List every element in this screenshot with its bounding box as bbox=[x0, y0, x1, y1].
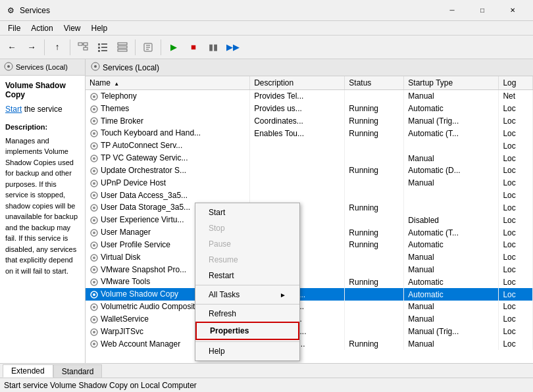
service-cell-log: Loc bbox=[499, 338, 533, 351]
service-cell-status bbox=[345, 177, 404, 189]
service-cell-status: Running bbox=[345, 338, 404, 351]
ctx-all-tasks[interactable]: All Tasks ► bbox=[195, 287, 299, 303]
table-row[interactable]: Virtual DiskManualLoc bbox=[86, 251, 533, 264]
table-row[interactable]: Web Account ManagerThis service ...Runni… bbox=[86, 338, 533, 351]
ctx-restart[interactable]: Restart bbox=[195, 268, 299, 283]
menu-bar: File Action View Help bbox=[0, 21, 533, 36]
service-icon bbox=[89, 129, 99, 138]
col-status[interactable]: Status bbox=[345, 76, 404, 90]
list-view-button[interactable] bbox=[93, 38, 112, 57]
toolbar-separator-3 bbox=[135, 39, 136, 55]
forward-button[interactable]: → bbox=[22, 38, 41, 57]
stop-button[interactable]: ■ bbox=[184, 38, 203, 57]
table-row[interactable]: Touch Keyboard and Hand...Enables Tou...… bbox=[86, 127, 533, 139]
svg-point-51 bbox=[93, 268, 95, 271]
ctx-resume: Resume bbox=[195, 252, 299, 268]
col-description[interactable]: Description bbox=[250, 76, 345, 90]
table-row[interactable]: WarpJITSvcProvides a JI...Manual (Trig..… bbox=[86, 326, 533, 338]
table-row[interactable]: Time BrokerCoordinates...RunningManual (… bbox=[86, 115, 533, 128]
service-cell-status: Running bbox=[345, 226, 404, 239]
menu-file[interactable]: File bbox=[3, 22, 26, 34]
service-cell-desc bbox=[250, 189, 345, 202]
ctx-start[interactable]: Start bbox=[195, 205, 299, 220]
service-cell-startup: Manual bbox=[404, 301, 499, 313]
svg-point-31 bbox=[93, 145, 95, 147]
table-row[interactable]: TP VC Gateway Servic...ManualLoc bbox=[86, 152, 533, 164]
play-button[interactable]: ▶ bbox=[165, 38, 183, 57]
table-row[interactable]: Volume Shadow CopyManages shi...Automati… bbox=[86, 288, 533, 301]
table-row[interactable]: UPnP Device HostManualLoc bbox=[86, 177, 533, 189]
service-icon bbox=[89, 253, 99, 262]
service-icon bbox=[89, 116, 99, 126]
pause-button[interactable]: ▮▮ bbox=[204, 38, 222, 57]
service-icon bbox=[89, 328, 99, 337]
service-cell-desc bbox=[250, 177, 345, 189]
svg-rect-6 bbox=[101, 43, 107, 45]
service-icon bbox=[89, 303, 99, 312]
show-tree-button[interactable] bbox=[74, 38, 92, 57]
status-bar: Start service Volume Shadow Copy on Loca… bbox=[0, 378, 533, 392]
service-icon bbox=[89, 166, 99, 176]
table-row[interactable]: VMware Snapshot Pro...ManualLoc bbox=[86, 264, 533, 276]
svg-point-41 bbox=[93, 207, 95, 209]
svg-point-27 bbox=[93, 120, 95, 122]
detail-view-button[interactable] bbox=[113, 38, 132, 57]
right-panel-icon bbox=[91, 62, 100, 73]
service-cell-startup: Manual bbox=[404, 177, 499, 189]
menu-view[interactable]: View bbox=[59, 22, 86, 34]
service-icon bbox=[89, 141, 99, 151]
tab-extended[interactable]: Extended bbox=[3, 364, 53, 378]
restart-button[interactable]: ▶▶ bbox=[224, 38, 242, 57]
table-row[interactable]: Update Orchestrator S...RunningAutomatic… bbox=[86, 164, 533, 177]
left-panel-icon bbox=[4, 62, 13, 72]
right-panel-header: Services (Local) bbox=[86, 59, 533, 76]
service-cell-log: Net bbox=[499, 90, 533, 103]
svg-rect-9 bbox=[98, 50, 100, 52]
ctx-properties[interactable]: Properties bbox=[195, 322, 299, 340]
table-row[interactable]: User Experience Virtu...DisabledLoc bbox=[86, 214, 533, 226]
service-icon bbox=[89, 278, 99, 287]
service-cell-log: Loc bbox=[499, 326, 533, 338]
minimize-button[interactable]: ─ bbox=[437, 0, 467, 21]
table-row[interactable]: User Data Access_3a5...Loc bbox=[86, 189, 533, 202]
col-name[interactable]: Name ▲ bbox=[86, 76, 250, 90]
service-cell-startup: Manual (Trig... bbox=[404, 326, 499, 338]
status-text: Start service Volume Shadow Copy on Loca… bbox=[4, 381, 197, 390]
ctx-separator-3 bbox=[195, 341, 299, 342]
svg-point-63 bbox=[93, 343, 95, 345]
table-row[interactable]: User Data Storage_3a5...RunningLoc bbox=[86, 201, 533, 214]
tab-standard[interactable]: Standard bbox=[53, 364, 103, 378]
back-button[interactable]: ← bbox=[3, 38, 21, 57]
col-startup-type[interactable]: Startup Type bbox=[404, 76, 499, 90]
menu-action[interactable]: Action bbox=[26, 22, 58, 34]
service-cell-name: Time Broker bbox=[86, 115, 250, 128]
service-cell-log: Loc bbox=[499, 288, 533, 301]
service-cell-startup: Manual bbox=[404, 338, 499, 351]
ctx-separator-1 bbox=[195, 285, 299, 285]
col-log[interactable]: Log bbox=[499, 76, 533, 90]
service-cell-status bbox=[345, 189, 404, 202]
menu-help[interactable]: Help bbox=[86, 22, 113, 34]
close-button[interactable]: ✕ bbox=[497, 0, 528, 21]
table-row[interactable]: User ManagerRunningAutomatic (T...Loc bbox=[86, 226, 533, 239]
properties-button[interactable] bbox=[139, 38, 157, 57]
ctx-refresh[interactable]: Refresh bbox=[195, 306, 299, 322]
table-row[interactable]: ThemesProvides us...RunningAutomaticLoc bbox=[86, 103, 533, 115]
svg-point-29 bbox=[93, 132, 95, 135]
ctx-help[interactable]: Help bbox=[195, 343, 299, 359]
up-button[interactable]: ↑ bbox=[48, 38, 66, 57]
table-row[interactable]: WalletServiceHosts objec...ManualLoc bbox=[86, 313, 533, 326]
table-row[interactable]: Volumetric Audio Composit...Hosts spatia… bbox=[86, 301, 533, 313]
action-container: Start the service bbox=[5, 105, 80, 114]
table-row[interactable]: TelephonyProvides Tel...ManualNet bbox=[86, 90, 533, 103]
table-row[interactable]: VMware ToolsRunningAutomaticLoc bbox=[86, 276, 533, 288]
ctx-separator-2 bbox=[195, 304, 299, 305]
table-scroll[interactable]: Name ▲ Description Status Startup Type L… bbox=[86, 76, 533, 362]
maximize-button[interactable]: □ bbox=[467, 0, 497, 21]
svg-point-39 bbox=[93, 194, 95, 197]
svg-point-45 bbox=[93, 232, 95, 234]
table-row[interactable]: User Profile ServiceRunningAutomaticLoc bbox=[86, 239, 533, 251]
table-row[interactable]: TP AutoConnect Serv...Loc bbox=[86, 139, 533, 152]
start-link[interactable]: Start bbox=[5, 105, 22, 114]
svg-rect-11 bbox=[118, 43, 127, 45]
